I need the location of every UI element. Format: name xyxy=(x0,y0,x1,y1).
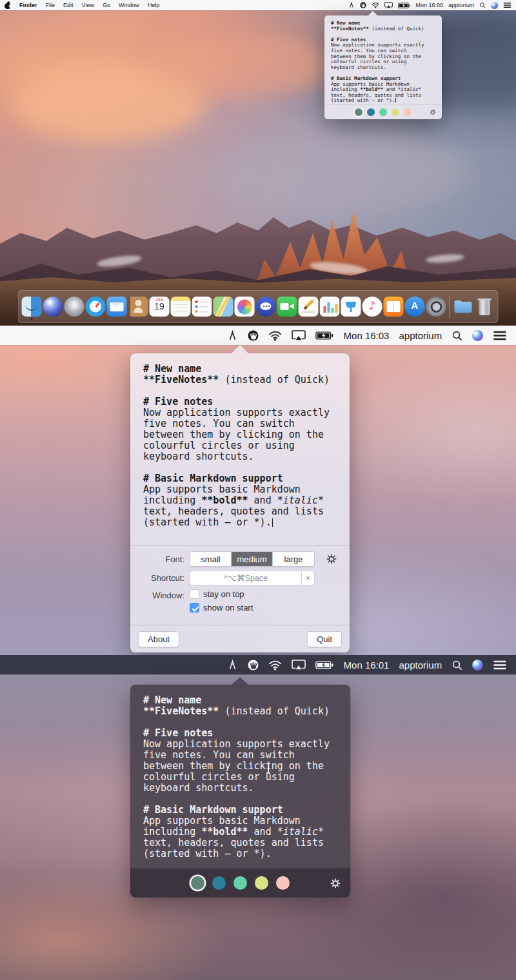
menu-file[interactable]: File xyxy=(46,2,55,8)
shortcut-value: ^⌥⌘Space xyxy=(224,573,268,583)
menubar-clock[interactable]: Mon 16:00 xyxy=(416,2,444,8)
dock-icon-launchpad[interactable] xyxy=(64,297,84,317)
menu-app-name[interactable]: Finder xyxy=(19,2,37,8)
text-caret xyxy=(272,518,273,527)
dock-icon-itunes[interactable] xyxy=(362,297,382,317)
dock-icon-facetime[interactable] xyxy=(277,297,297,317)
menubar-username[interactable]: apptorium xyxy=(399,330,442,341)
note-color-2[interactable] xyxy=(367,108,375,116)
note-text: including xyxy=(143,495,201,506)
battery-icon[interactable] xyxy=(315,661,333,669)
note-color-2[interactable] xyxy=(212,876,226,890)
note-text: *italic* xyxy=(277,826,324,838)
note-editor[interactable]: # New name **FiveNotes** (instead of Qui… xyxy=(130,353,350,545)
font-large-button[interactable]: large xyxy=(273,552,314,566)
note-color-4[interactable] xyxy=(255,876,268,890)
dock-icon-calendar[interactable]: JUN19 xyxy=(150,297,170,317)
shortcut-recorder[interactable]: ^⌥⌘Space xyxy=(190,571,301,585)
dock-icon-numbers[interactable] xyxy=(320,297,340,317)
wifi-icon[interactable] xyxy=(268,660,282,671)
menubar-clock[interactable]: Mon 16:03 xyxy=(344,330,390,341)
notification-center-icon[interactable] xyxy=(503,2,511,8)
dock-icon-ibooks[interactable] xyxy=(384,297,404,317)
dock-icon-reminders[interactable] xyxy=(192,297,212,317)
menu-bar: Finder File Edit View Go Window Help Mon… xyxy=(0,0,516,10)
menu-go[interactable]: Go xyxy=(103,2,110,8)
about-button[interactable]: About xyxy=(138,631,179,647)
spotlight-icon[interactable] xyxy=(452,660,462,671)
note-text: keyboard shortcuts. xyxy=(331,64,386,70)
note-editor[interactable]: # New name **FiveNotes** (instead of Qui… xyxy=(130,685,350,868)
compass-divider-icon[interactable] xyxy=(348,2,355,8)
dock-icon-messages[interactable] xyxy=(256,297,276,317)
fivenotes-menubar-icon[interactable] xyxy=(248,660,259,671)
notification-center-icon[interactable] xyxy=(493,330,507,341)
spotlight-icon[interactable] xyxy=(479,2,486,8)
airplay-icon[interactable] xyxy=(292,660,306,671)
settings-gear-icon[interactable] xyxy=(330,878,341,888)
note-editor[interactable]: # New name **FiveNotes** (instead of Qui… xyxy=(324,15,442,104)
dock-icon-system-preferences[interactable] xyxy=(426,297,446,317)
notification-center-icon[interactable] xyxy=(493,660,507,671)
spotlight-icon[interactable] xyxy=(452,330,462,341)
dock-icon-trash[interactable] xyxy=(475,297,495,317)
compass-divider-icon[interactable] xyxy=(227,660,238,671)
note-color-5[interactable] xyxy=(404,108,412,116)
note-text: colourful circles or using xyxy=(143,771,295,783)
menubar-clock[interactable]: Mon 16:01 xyxy=(344,660,390,671)
fivenotes-menubar-icon[interactable] xyxy=(248,330,259,341)
siri-icon[interactable] xyxy=(472,330,483,341)
dock-icon-siri[interactable] xyxy=(43,297,63,317)
apple-menu-icon[interactable] xyxy=(5,1,11,10)
dock-icon-pages[interactable] xyxy=(299,297,319,317)
note-text: # Basic Markdown support xyxy=(143,804,283,816)
note-color-5[interactable] xyxy=(276,876,290,890)
fivenotes-popover-small: # New name **FiveNotes** (instead of Qui… xyxy=(324,15,442,119)
dock-icon-downloads[interactable] xyxy=(453,297,473,317)
note-color-palette xyxy=(324,104,442,119)
checkbox-checked[interactable] xyxy=(190,603,199,612)
dock-icon-mail[interactable] xyxy=(107,297,127,317)
note-color-4[interactable] xyxy=(392,108,399,116)
compass-divider-icon[interactable] xyxy=(227,330,238,341)
stay-on-top-checkbox[interactable]: stay on top xyxy=(190,589,342,599)
settings-gear-icon[interactable] xyxy=(430,109,436,115)
dock-icon-contacts[interactable] xyxy=(128,297,148,317)
menubar-username[interactable]: apptorium xyxy=(399,660,442,671)
show-on-start-checkbox[interactable]: show on start xyxy=(190,603,342,612)
note-text: (started with – or *). xyxy=(143,848,272,859)
dock-icon-notes[interactable] xyxy=(171,297,191,317)
font-medium-button[interactable]: medium xyxy=(232,552,273,566)
airplay-icon[interactable] xyxy=(384,2,393,8)
note-line: keyboard shortcuts. xyxy=(331,65,435,71)
dock-icon-photos[interactable] xyxy=(235,297,255,317)
siri-icon[interactable] xyxy=(491,2,498,9)
wifi-icon[interactable] xyxy=(268,330,282,341)
menubar-username[interactable]: apptorium xyxy=(448,2,474,8)
menu-edit[interactable]: Edit xyxy=(63,2,74,8)
dock-icon-safari[interactable] xyxy=(86,297,106,317)
siri-icon[interactable] xyxy=(472,660,483,671)
note-color-3[interactable] xyxy=(379,108,387,116)
quit-button[interactable]: Quit xyxy=(307,631,342,647)
settings-gear-icon[interactable] xyxy=(326,554,337,564)
battery-icon[interactable] xyxy=(315,331,333,340)
fivenotes-menubar-icon[interactable] xyxy=(360,2,366,8)
menu-view[interactable]: View xyxy=(82,2,94,8)
dock-icon-maps[interactable] xyxy=(213,297,233,317)
dock-icon-finder[interactable] xyxy=(22,297,42,317)
note-color-1[interactable] xyxy=(355,108,362,116)
note-text: between them by clicking on the xyxy=(143,760,324,772)
dock-icon-app-store[interactable] xyxy=(405,297,425,317)
note-color-1[interactable] xyxy=(191,876,204,890)
dock-icon-keynote[interactable] xyxy=(341,297,361,317)
battery-icon[interactable] xyxy=(398,3,411,8)
menu-help[interactable]: Help xyxy=(148,2,160,8)
wifi-icon[interactable] xyxy=(372,2,380,8)
menu-window[interactable]: Window xyxy=(119,2,139,8)
shortcut-clear-button[interactable]: × xyxy=(301,571,315,585)
font-small-button[interactable]: small xyxy=(190,552,232,566)
note-color-3[interactable] xyxy=(233,876,247,890)
checkbox-unchecked[interactable] xyxy=(190,589,199,599)
airplay-icon[interactable] xyxy=(292,330,306,341)
